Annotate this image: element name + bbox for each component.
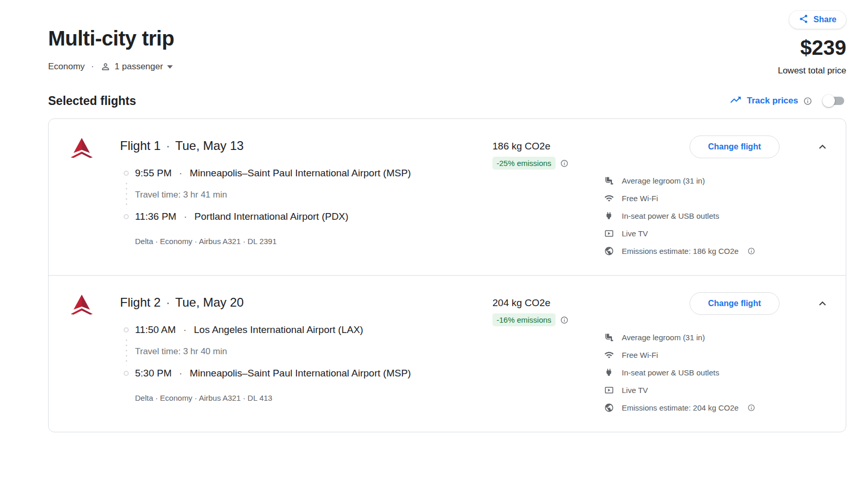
track-prices-info-icon[interactable] bbox=[803, 97, 812, 105]
flight-actions-column: Change flight Average legroom (31 in) Fr… bbox=[604, 131, 832, 260]
emissions-summary: 204 kg CO2e -16% emissions bbox=[492, 288, 604, 416]
trip-header: Multi-city trip Economy · 1 passenger bbox=[48, 10, 846, 76]
change-flight-button[interactable]: Change flight bbox=[690, 135, 780, 158]
departure-row: 9:55 PM · Minneapolis–Saint Paul Interna… bbox=[120, 168, 492, 179]
share-icon bbox=[799, 14, 809, 26]
separator-dot: · bbox=[179, 211, 191, 222]
amenity-legroom: Average legroom (31 in) bbox=[604, 172, 832, 189]
arrival-row: 5:30 PM · Minneapolis–Saint Paul Interna… bbox=[120, 368, 492, 379]
live-tv-icon bbox=[604, 385, 614, 395]
amenity-power: In-seat power & USB outlets bbox=[604, 364, 832, 381]
travel-time: Travel time: 3 hr 40 min bbox=[135, 346, 227, 357]
total-price: $239 bbox=[800, 36, 846, 59]
collapse-chevron-icon[interactable] bbox=[816, 297, 829, 310]
emissions-info-icon[interactable] bbox=[560, 316, 568, 324]
airline-logo-column bbox=[70, 288, 120, 416]
amenities-list: Average legroom (31 in) Free Wi-Fi In-se… bbox=[604, 172, 832, 260]
departure-stop-icon bbox=[124, 171, 129, 176]
amenity-wifi: Free Wi-Fi bbox=[604, 189, 832, 207]
amenity-wifi: Free Wi-Fi bbox=[604, 346, 832, 364]
passenger-selector[interactable]: 1 passenger bbox=[100, 62, 173, 72]
emissions-value: 186 kg CO2e bbox=[492, 141, 604, 152]
departure-stop-icon bbox=[124, 327, 129, 332]
flight-title: Flight 1 · Tue, May 13 bbox=[120, 139, 492, 153]
arrival-info: 5:30 PM · Minneapolis–Saint Paul Interna… bbox=[135, 368, 411, 379]
live-tv-icon bbox=[604, 229, 614, 238]
amenities-list: Average legroom (31 in) Free Wi-Fi In-se… bbox=[604, 328, 832, 416]
legroom-icon bbox=[604, 332, 614, 342]
flight-meta: Delta · Economy · Airbus A321 · DL 413 bbox=[135, 394, 492, 402]
power-icon bbox=[604, 211, 614, 220]
cabin-class-label: Economy bbox=[48, 62, 85, 72]
separator-dot: · bbox=[178, 324, 191, 335]
travel-time-row: Travel time: 3 hr 41 min bbox=[120, 179, 492, 211]
flight-itinerary: 9:55 PM · Minneapolis–Saint Paul Interna… bbox=[120, 168, 492, 222]
collapse-chevron-icon[interactable] bbox=[816, 140, 829, 154]
wifi-icon bbox=[604, 193, 614, 203]
amenity-live-tv: Live TV bbox=[604, 381, 832, 399]
emissions-badge: -16% emissions bbox=[492, 313, 556, 326]
airline-logo-column bbox=[70, 131, 120, 260]
flight-section: Flight 1 · Tue, May 13 9:55 PM · Minneap… bbox=[49, 119, 846, 275]
departure-info: 11:50 AM · Los Angeles International Air… bbox=[135, 324, 363, 336]
dropdown-arrow-icon bbox=[167, 65, 173, 69]
separator-dot: · bbox=[90, 62, 95, 72]
flight-results-page: Multi-city trip Economy · 1 passenger bbox=[0, 0, 868, 432]
flight-itinerary: 11:50 AM · Los Angeles International Air… bbox=[120, 324, 492, 379]
change-flight-button[interactable]: Change flight bbox=[690, 292, 780, 315]
departure-airport: Minneapolis–Saint Paul International Air… bbox=[190, 168, 411, 178]
delta-airlines-logo bbox=[70, 294, 120, 315]
toggle-thumb bbox=[822, 95, 835, 107]
travel-time-row: Travel time: 3 hr 40 min bbox=[120, 336, 492, 368]
separator-dot: · bbox=[174, 368, 187, 379]
arrival-row: 11:36 PM · Portland International Airpor… bbox=[120, 211, 492, 222]
trip-summary: Economy · 1 passenger bbox=[48, 62, 174, 72]
selected-flights-heading: Selected flights bbox=[48, 94, 136, 108]
amenity-legroom: Average legroom (31 in) bbox=[604, 328, 832, 346]
delta-airlines-logo bbox=[70, 138, 120, 158]
power-icon bbox=[604, 368, 614, 377]
selected-flights-card: Flight 1 · Tue, May 13 9:55 PM · Minneap… bbox=[48, 118, 846, 432]
arrival-stop-icon bbox=[124, 371, 129, 376]
flight-details-column: Flight 2 · Tue, May 20 11:50 AM · Los An… bbox=[120, 288, 492, 416]
departure-row: 11:50 AM · Los Angeles International Air… bbox=[120, 324, 492, 336]
departure-airport: Los Angeles International Airport (LAX) bbox=[194, 324, 363, 335]
amenity-emissions: Emissions estimate: 204 kg CO2e bbox=[604, 399, 832, 416]
page-title: Multi-city trip bbox=[48, 27, 174, 50]
trip-title-block: Multi-city trip Economy · 1 passenger bbox=[48, 10, 174, 72]
emissions-estimate-info-icon[interactable] bbox=[747, 247, 755, 255]
departure-time: 11:50 AM bbox=[135, 324, 176, 335]
separator-dot: · bbox=[161, 295, 175, 310]
selected-flights-row: Selected flights Track prices bbox=[48, 94, 846, 108]
share-button[interactable]: Share bbox=[789, 10, 846, 29]
arrival-stop-icon bbox=[124, 214, 129, 219]
share-button-label: Share bbox=[814, 15, 836, 24]
route-dotted-line bbox=[126, 338, 127, 366]
flight-section: Flight 2 · Tue, May 20 11:50 AM · Los An… bbox=[49, 275, 846, 432]
amenity-power: In-seat power & USB outlets bbox=[604, 207, 832, 224]
flight-actions-column: Change flight Average legroom (31 in) Fr… bbox=[604, 288, 832, 416]
wifi-icon bbox=[604, 350, 614, 360]
globe-icon bbox=[604, 246, 614, 256]
flight-meta: Delta · Economy · Airbus A321 · DL 2391 bbox=[135, 237, 492, 246]
flight-details-column: Flight 1 · Tue, May 13 9:55 PM · Minneap… bbox=[120, 131, 492, 260]
arrival-airport: Minneapolis–Saint Paul International Air… bbox=[190, 368, 411, 379]
flight-number-label: Flight 2 bbox=[120, 295, 161, 310]
separator-dot: · bbox=[174, 168, 187, 178]
flight-date-label: Tue, May 20 bbox=[175, 295, 244, 310]
arrival-airport: Portland International Airport (PDX) bbox=[194, 211, 349, 222]
emissions-estimate-info-icon[interactable] bbox=[747, 404, 755, 412]
price-caption: Lowest total price bbox=[778, 66, 846, 76]
emissions-info-icon[interactable] bbox=[560, 159, 568, 168]
arrival-time: 5:30 PM bbox=[135, 368, 172, 379]
legroom-icon bbox=[604, 176, 614, 186]
amenity-emissions: Emissions estimate: 186 kg CO2e bbox=[604, 242, 832, 260]
trending-up-icon bbox=[729, 94, 742, 108]
travel-time: Travel time: 3 hr 41 min bbox=[135, 190, 227, 200]
departure-info: 9:55 PM · Minneapolis–Saint Paul Interna… bbox=[135, 168, 411, 179]
track-prices-toggle[interactable] bbox=[822, 95, 846, 107]
separator-dot: · bbox=[161, 139, 175, 153]
route-dotted-line bbox=[126, 181, 127, 209]
globe-icon bbox=[604, 403, 614, 413]
emissions-badge: -25% emissions bbox=[492, 157, 556, 170]
